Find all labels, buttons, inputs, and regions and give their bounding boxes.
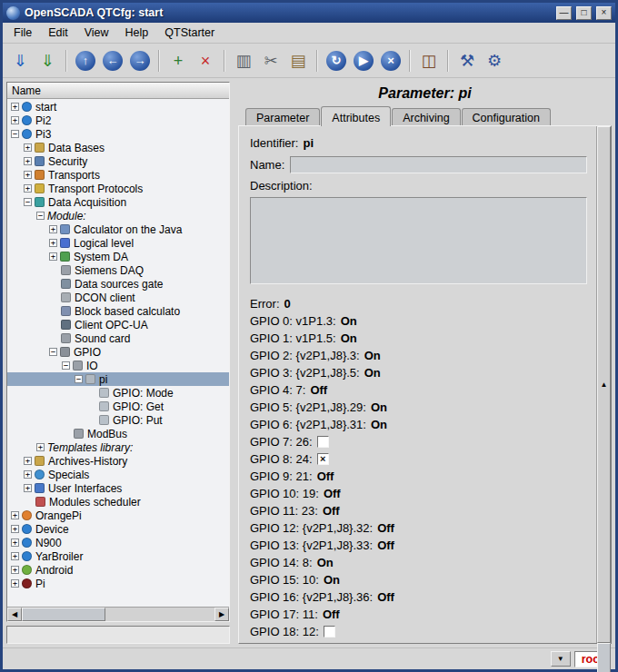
scrollbar-thumb[interactable] [597, 643, 611, 672]
scrollbar-thumb[interactable] [22, 608, 105, 621]
tab-attributes[interactable]: Attributes [321, 106, 391, 126]
tree-item-gpio-put[interactable]: GPIO: Put [7, 413, 229, 427]
minimize-icon[interactable]: — [556, 6, 572, 20]
tree-item-templates-library[interactable]: +Templates library: [7, 440, 229, 454]
status-dropdown-icon[interactable]: ▼ [551, 651, 571, 667]
tree-item-sound-card[interactable]: Sound card [7, 331, 229, 345]
tree-item-data-acquisition[interactable]: −Data Acquisition [7, 195, 229, 209]
up-button[interactable]: ↑ [73, 48, 98, 74]
scroll-up-icon[interactable]: ▲ [597, 126, 611, 643]
expand-icon[interactable]: + [24, 184, 32, 193]
close-icon[interactable]: × [596, 6, 612, 20]
tree-item-calculator-on-the-java[interactable]: +Calculator on the Java [7, 222, 229, 236]
tree-item-data-sources-gate[interactable]: Data sources gate [7, 277, 229, 291]
expand-icon[interactable]: + [11, 579, 19, 588]
maximize-icon[interactable]: □ [576, 6, 592, 20]
menu-file[interactable]: File [5, 24, 40, 42]
collapse-icon[interactable]: − [49, 348, 57, 356]
menu-qtstarter[interactable]: QTStarter [156, 24, 223, 42]
expand-icon[interactable]: + [24, 157, 32, 165]
start-button[interactable]: ▶ [351, 48, 376, 74]
tab-configuration[interactable]: Configuration [462, 108, 551, 126]
tree-item-device[interactable]: +Device [7, 522, 229, 536]
stop-button[interactable]: × [378, 48, 404, 74]
expand-icon[interactable]: + [49, 239, 57, 247]
tree-item-archives-history[interactable]: +Archives-History [7, 454, 229, 468]
expand-icon[interactable]: + [24, 470, 32, 479]
attribute-checkbox[interactable] [317, 436, 329, 448]
tree-item-pi2[interactable]: +Pi2 [7, 114, 229, 127]
tree-item-specials[interactable]: +Specials [7, 468, 229, 481]
tree-item-dcon-client[interactable]: DCON client [7, 291, 229, 304]
menu-help[interactable]: Help [117, 24, 157, 42]
tree-item-start[interactable]: +start [7, 100, 229, 114]
collapse-icon[interactable]: − [62, 361, 70, 370]
tree-horizontal-scrollbar[interactable]: ◀ ▶ [7, 607, 229, 621]
tab-parameter[interactable]: Parameter [245, 108, 320, 126]
menu-view[interactable]: View [76, 24, 117, 42]
tree-item-user-interfaces[interactable]: +User Interfaces [7, 481, 229, 495]
title-bar[interactable]: OpenSCADA QTCfg: start — □ × [3, 3, 615, 23]
add-item-button[interactable]: + [165, 48, 191, 74]
tree-item-pi[interactable]: +Pi [7, 577, 229, 590]
tree-item-siemens-daq[interactable]: Siemens DAQ [7, 263, 229, 277]
expand-icon[interactable]: + [24, 171, 32, 179]
collapse-icon[interactable]: − [11, 130, 19, 138]
expand-icon[interactable]: + [11, 525, 19, 533]
qtcfg-button[interactable]: ⚒ [454, 48, 480, 74]
tree-item-logical-level[interactable]: +Logical level [7, 236, 229, 250]
cut-button[interactable]: ✂ [258, 48, 284, 74]
expand-icon[interactable]: + [11, 116, 19, 124]
tree-item-data-bases[interactable]: +Data Bases [7, 141, 229, 154]
expand-icon[interactable]: + [11, 566, 19, 574]
scroll-left-icon[interactable]: ◀ [7, 608, 22, 621]
expand-icon[interactable]: + [24, 143, 32, 152]
save-button[interactable]: ⇓ [35, 48, 60, 74]
tree-item-system-da[interactable]: +System DA [7, 250, 229, 263]
tree-item-gpio-get[interactable]: GPIO: Get [7, 400, 229, 413]
tree-item-yarbroiler[interactable]: +YarBroiler [7, 549, 229, 563]
tree-item-gpio-mode[interactable]: GPIO: Mode [7, 386, 229, 400]
expand-icon[interactable]: + [11, 539, 19, 547]
menu-edit[interactable]: Edit [40, 24, 76, 42]
expand-icon[interactable]: + [49, 225, 57, 233]
expand-icon[interactable]: + [11, 511, 19, 519]
tree-filter-box[interactable] [6, 626, 230, 644]
tree-item-pi[interactable]: −pi [7, 372, 229, 386]
expand-icon[interactable]: + [24, 484, 32, 492]
splitter-handle[interactable] [232, 82, 236, 644]
scrollbar-track[interactable] [22, 608, 214, 621]
expand-icon[interactable]: + [11, 103, 19, 111]
collapse-icon[interactable]: − [36, 212, 45, 220]
vision-button[interactable]: ⚙ [482, 48, 507, 74]
collapse-icon[interactable]: − [75, 375, 83, 383]
paste-button[interactable]: ▤ [285, 48, 311, 74]
tree-item-module[interactable]: −Module: [7, 209, 229, 222]
back-button[interactable]: ← [100, 48, 125, 74]
tree-item-android[interactable]: +Android [7, 563, 229, 577]
tree-item-io[interactable]: −IO [7, 359, 229, 372]
tree-column-header[interactable]: Name [7, 83, 229, 99]
scroll-right-icon[interactable]: ▶ [214, 608, 229, 621]
name-input[interactable] [290, 156, 587, 173]
expand-icon[interactable]: + [49, 252, 57, 261]
remove-item-button[interactable]: × [193, 48, 218, 74]
tree-item-n900[interactable]: +N900 [7, 536, 229, 549]
content-vertical-scrollbar[interactable]: ▲ ▼ [596, 126, 611, 643]
manual-button[interactable]: ◫ [416, 48, 442, 74]
tree-item-client-opc-ua[interactable]: Client OPC-UA [7, 318, 229, 331]
tree-item-security[interactable]: +Security [7, 154, 229, 168]
copy-button[interactable]: ▥ [231, 48, 256, 74]
refresh-button[interactable]: ↻ [324, 48, 349, 74]
collapse-icon[interactable]: − [24, 198, 32, 206]
expand-icon[interactable]: + [11, 552, 19, 560]
tree-item-transport-protocols[interactable]: +Transport Protocols [7, 182, 229, 195]
tree-item-transports[interactable]: +Transports [7, 168, 229, 182]
tree-item-block-based-calculato[interactable]: Block based calculato [7, 304, 229, 318]
tree-item-modules-scheduler[interactable]: Modules scheduler [7, 495, 229, 509]
tree-item-orangepi[interactable]: +OrangePi [7, 509, 229, 522]
tree-item-gpio[interactable]: −GPIO [7, 345, 229, 359]
forward-button[interactable]: → [127, 48, 153, 74]
load-button[interactable]: ⇓ [7, 48, 33, 74]
tree-item-pi3[interactable]: −Pi3 [7, 127, 229, 141]
